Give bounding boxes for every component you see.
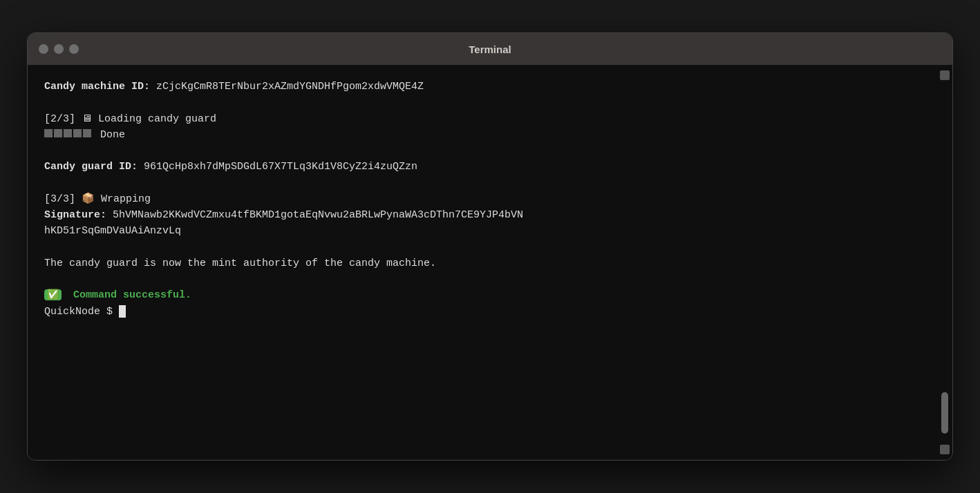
signature-value: 5hVMNawb2KKwdVCZmxu4tfBKMD1gotaEqNvwu2aB…	[106, 209, 523, 221]
maximize-button[interactable]	[69, 44, 79, 54]
loading-step-text: [2/3] 🖥 Loading candy guard	[44, 113, 216, 125]
wrapping-step-line: [3/3] 📦 Wrapping	[44, 191, 922, 207]
scrollbar-button-top[interactable]	[940, 70, 950, 80]
candy-machine-id-label: Candy machine ID:	[44, 81, 150, 93]
block-2	[54, 129, 62, 137]
scrollbar-track[interactable]	[940, 70, 950, 454]
minimize-button[interactable]	[54, 44, 64, 54]
candy-guard-id-label: Candy guard ID:	[44, 161, 138, 173]
signature-line-2: hKD51rSqGmDVaUAiAnzvLq	[44, 223, 922, 239]
authority-message-line: The candy guard is now the mint authorit…	[44, 255, 922, 271]
blank-line-1	[44, 95, 922, 110]
prompt-line: QuickNode $	[44, 304, 922, 320]
terminal-window: Terminal Candy machine ID: zCjcKgCmR8TEr…	[27, 32, 953, 461]
scrollbar-thumb[interactable]	[941, 392, 948, 434]
progress-blocks	[44, 129, 91, 137]
close-button[interactable]	[39, 44, 48, 54]
candy-machine-id-line: Candy machine ID: zCjcKgCmR8TErNbur2xAZm…	[44, 79, 922, 95]
blank-line-4	[44, 240, 922, 255]
terminal-content: Candy machine ID: zCjcKgCmR8TErNbur2xAZm…	[44, 79, 936, 320]
success-line: ✅ Command successful.	[44, 287, 922, 303]
block-4	[73, 129, 82, 137]
window-title: Terminal	[469, 44, 511, 55]
signature-continuation: hKD51rSqGmDVaUAiAnzvLq	[44, 225, 181, 237]
candy-guard-id-value: 961QcHp8xh7dMpSDGdL67X7TLq3Kd1V8CyZ2i4zu…	[138, 161, 417, 173]
progress-line: Done	[44, 127, 922, 143]
loading-step-line: [2/3] 🖥 Loading candy guard	[44, 111, 922, 127]
wrapping-step-text: [3/3] 📦 Wrapping	[44, 193, 151, 205]
authority-message-text: The candy guard is now the mint authorit…	[44, 258, 436, 269]
success-text: Command successful.	[73, 289, 191, 301]
success-badge: ✅	[44, 289, 62, 300]
progress-done-text: Done	[100, 129, 125, 141]
block-3	[64, 129, 72, 137]
candy-machine-id-value: zCjcKgCmR8TErNbur2xAZmdYGNDHfPgom2xdwVMQ…	[150, 81, 424, 93]
cursor	[119, 305, 126, 318]
candy-guard-id-line: Candy guard ID: 961QcHp8xh7dMpSDGdL67X7T…	[44, 159, 922, 175]
titlebar: Terminal	[28, 33, 952, 65]
blank-line-5	[44, 271, 922, 287]
blank-line-2	[44, 143, 922, 159]
block-5	[83, 129, 91, 137]
signature-label: Signature:	[44, 209, 106, 221]
blank-line-3	[44, 175, 922, 191]
scrollbar-button-bottom[interactable]	[940, 445, 950, 454]
window-controls	[39, 44, 79, 54]
signature-line: Signature: 5hVMNawb2KKwdVCZmxu4tfBKMD1go…	[44, 207, 922, 223]
block-1	[44, 129, 53, 137]
prompt-text: QuickNode $	[44, 306, 113, 318]
terminal-body[interactable]: Candy machine ID: zCjcKgCmR8TErNbur2xAZm…	[28, 65, 952, 460]
